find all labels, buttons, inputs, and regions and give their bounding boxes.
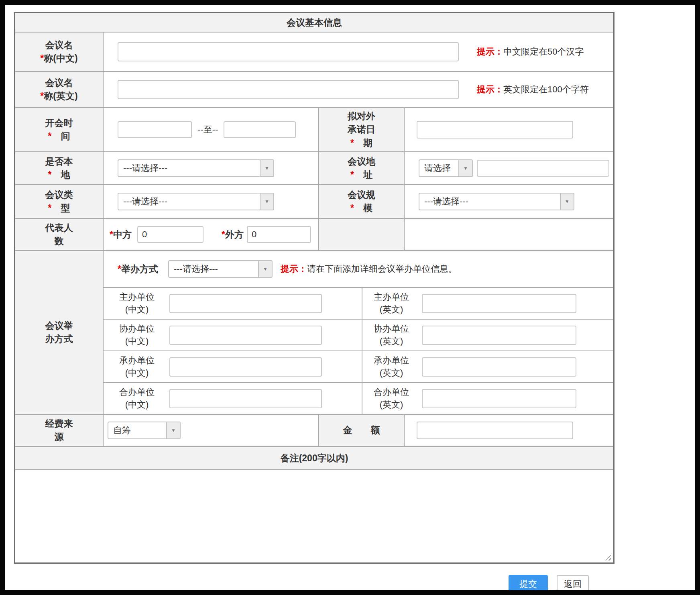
- co-organizer-cn-input[interactable]: [169, 326, 322, 345]
- address-region-select[interactable]: 请选择 ▼: [419, 159, 473, 177]
- label-text: 承办单位: [107, 355, 167, 367]
- label-text: (英文): [363, 304, 419, 316]
- co-organizer-en-cell: 协办单位 (英文): [362, 320, 613, 350]
- undertaker-en-cell: 承办单位 (英文): [362, 351, 613, 382]
- label-text: (中文): [107, 399, 167, 411]
- meeting-info-form: 会议基本信息 会议名 *称(中文) 提示：中文限定在50个汉字 会议名 *称(英…: [14, 12, 615, 564]
- remarks-textarea[interactable]: [15, 470, 613, 562]
- name-cn-label: 会议名 *称(中文): [15, 33, 104, 71]
- delegates-cn-label: 中方: [113, 228, 132, 241]
- select-value: 请选择: [419, 160, 458, 176]
- label-text: 承诺日: [348, 124, 375, 134]
- meeting-scale-cell: ---请选择--- ▼: [405, 185, 613, 218]
- undertaker-en-input[interactable]: [422, 357, 576, 377]
- label-line: 开会时: [45, 116, 73, 130]
- form-title: 会议基本信息: [287, 16, 342, 29]
- label-line: *称(英文): [40, 90, 77, 103]
- row-name-cn: 会议名 *称(中文) 提示：中文限定在50个汉字: [15, 32, 613, 71]
- promise-date-cell: [405, 108, 613, 151]
- row-is-local: 是否本 * 地 ---请选择--- ▼ 会议地 * 址 请选择 ▼: [15, 151, 613, 184]
- hint-text: 中文限定在50个汉字: [503, 47, 584, 57]
- delegates-cn-input[interactable]: [137, 226, 203, 243]
- organizer-cn-input[interactable]: [169, 294, 322, 313]
- label-text: 会议规: [348, 190, 375, 200]
- delegates-cell: * 中方 * 外方: [104, 219, 318, 250]
- undertaker-cn-input[interactable]: [169, 357, 322, 377]
- host-mode-select[interactable]: ---请选择--- ▼: [168, 260, 273, 278]
- row-host-mode: 会议举 办方式 * 举办方式 ---请选择--- ▼ 提示：请在下面添加详细会议…: [15, 250, 613, 414]
- remarks-header-row: 备注(200字以内): [15, 446, 613, 469]
- promise-date-input[interactable]: [417, 121, 573, 139]
- label-text: 会议举: [45, 320, 73, 331]
- label-line: 拟对外: [348, 110, 375, 123]
- address-input[interactable]: [477, 160, 609, 177]
- organizer-en-label: 主办单位 (英文): [363, 291, 419, 316]
- back-button[interactable]: 返回: [557, 575, 589, 590]
- label-line: 源: [55, 430, 64, 444]
- label-line: 代表人: [45, 221, 73, 234]
- label-text: (中文): [107, 335, 167, 348]
- is-local-select[interactable]: ---请选择--- ▼: [118, 159, 274, 177]
- select-value: ---请选择---: [118, 194, 260, 210]
- submit-button[interactable]: 提交: [509, 575, 548, 590]
- select-value: 自筹: [108, 422, 166, 438]
- label-text: 会议地: [348, 156, 375, 167]
- meeting-scale-select[interactable]: ---请选择--- ▼: [419, 193, 574, 210]
- host-mode-content: * 举办方式 ---请选择--- ▼ 提示：请在下面添加详细会议举办单位信息。 …: [104, 251, 613, 414]
- label-text: 拟对外: [348, 111, 375, 121]
- organizer-en-cell: 主办单位 (英文): [362, 288, 613, 319]
- address-label: 会议地 * 址: [318, 152, 405, 184]
- hint-text: 英文限定在100个字符: [503, 84, 589, 94]
- promise-date-label: 拟对外 承诺日 * 期: [318, 108, 405, 151]
- organizer-en-input[interactable]: [422, 294, 576, 313]
- select-value: ---请选择---: [419, 194, 560, 210]
- joint-organizer-cn-input[interactable]: [169, 389, 322, 408]
- label-line: 会议地: [348, 155, 375, 168]
- undertaker-en-label: 承办单位 (英文): [363, 355, 419, 379]
- label-text: 协办单位: [107, 323, 167, 335]
- label-text: 型: [51, 203, 70, 213]
- required-star: *: [40, 53, 44, 63]
- label-text: 数: [55, 236, 64, 246]
- joint-organizer-cn-cell: 合办单位 (中文): [104, 383, 362, 414]
- label-line: 经费来: [45, 417, 73, 430]
- name-cn-input[interactable]: [118, 42, 459, 61]
- label-text: 会议名: [45, 40, 73, 50]
- required-star: *: [110, 229, 113, 240]
- row-delegates: 代表人 数 * 中方 * 外方: [15, 218, 613, 250]
- delegates-spacer-cell: [318, 219, 405, 250]
- label-text: (中文): [107, 367, 167, 379]
- required-star: *: [350, 138, 354, 148]
- co-organizer-en-input[interactable]: [422, 326, 576, 345]
- address-cell: 请选择 ▼: [405, 152, 613, 184]
- dropdown-arrow-icon: ▼: [166, 422, 180, 438]
- delegates-foreign-input[interactable]: [247, 226, 311, 243]
- label-line: 会议名: [45, 39, 73, 52]
- unit-row-organizer: 主办单位 (中文) 主办单位 (英文): [104, 287, 613, 319]
- funding-cell: 自筹 ▼: [104, 415, 318, 446]
- meeting-type-label: 会议类 * 型: [15, 185, 104, 218]
- label-text: 称(英文): [44, 91, 77, 101]
- select-value: ---请选择---: [118, 160, 260, 176]
- name-en-cell: 提示：英文限定在100个字符: [104, 72, 613, 107]
- organizer-cn-cell: 主办单位 (中文): [104, 288, 362, 319]
- label-text: 主办单位: [363, 291, 419, 304]
- meeting-type-select[interactable]: ---请选择--- ▼: [118, 193, 274, 210]
- joint-organizer-en-input[interactable]: [422, 389, 576, 408]
- hint-label: 提示：: [281, 264, 307, 274]
- amount-input[interactable]: [417, 422, 573, 439]
- host-mode-top: * 举办方式 ---请选择--- ▼ 提示：请在下面添加详细会议举办单位信息。: [104, 251, 613, 287]
- required-star: *: [350, 169, 354, 180]
- joint-organizer-en-label: 合办单位 (英文): [363, 386, 419, 411]
- co-organizer-cn-cell: 协办单位 (中文): [104, 320, 362, 350]
- name-en-input[interactable]: [118, 80, 459, 99]
- meeting-time-start-input[interactable]: [118, 121, 192, 138]
- label-text: 办方式: [45, 334, 73, 344]
- meeting-time-end-input[interactable]: [224, 121, 296, 138]
- joint-organizer-en-cell: 合办单位 (英文): [362, 383, 613, 414]
- label-text: 间: [51, 131, 70, 141]
- funding-select[interactable]: 自筹 ▼: [108, 422, 181, 439]
- form-title-row: 会议基本信息: [15, 13, 613, 32]
- label-text: 金 额: [343, 425, 380, 435]
- label-text: 协办单位: [363, 323, 419, 335]
